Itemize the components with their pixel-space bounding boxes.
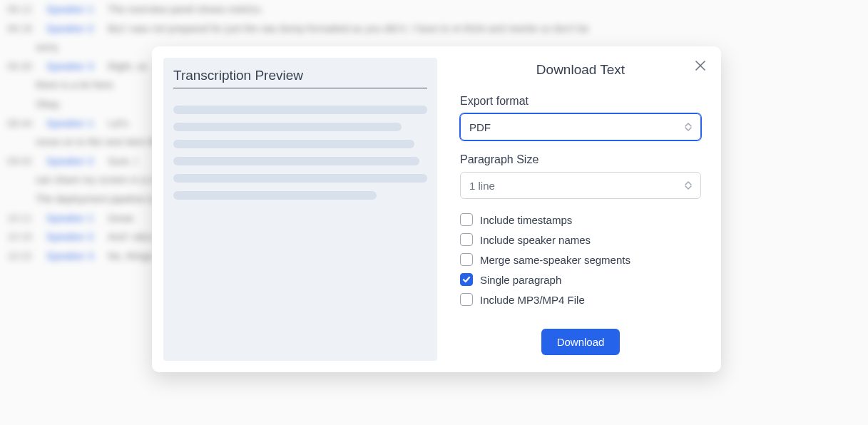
close-button[interactable] bbox=[694, 61, 707, 73]
option-label: Include timestamps bbox=[480, 214, 572, 226]
download-text-modal: Transcription Preview Download Text Expo… bbox=[152, 46, 721, 372]
skeleton-line bbox=[173, 106, 427, 114]
checkbox-icon bbox=[460, 233, 473, 246]
checkbox-icon bbox=[460, 273, 473, 286]
paragraph-size-select[interactable]: 1 line bbox=[460, 172, 701, 199]
paragraph-size-label: Paragraph Size bbox=[460, 153, 701, 166]
export-format-select[interactable]: PDF bbox=[460, 113, 701, 140]
checkbox-icon bbox=[460, 253, 473, 266]
option-speaker_names[interactable]: Include speaker names bbox=[460, 233, 701, 246]
option-single_paragraph[interactable]: Single paragraph bbox=[460, 273, 701, 286]
preview-title: Transcription Preview bbox=[173, 68, 427, 88]
option-label: Include MP3/MP4 File bbox=[480, 294, 585, 306]
skeleton-line bbox=[173, 174, 427, 183]
transcription-preview-pane: Transcription Preview bbox=[163, 58, 437, 361]
skeleton-line bbox=[173, 140, 414, 148]
export-format-label: Export format bbox=[460, 95, 701, 108]
option-merge_segments[interactable]: Merge same-speaker segments bbox=[460, 253, 701, 266]
option-include_media[interactable]: Include MP3/MP4 File bbox=[460, 293, 701, 306]
skeleton-line bbox=[173, 123, 402, 131]
modal-title: Download Text bbox=[460, 62, 701, 78]
checkbox-icon bbox=[460, 213, 473, 226]
export-options: Include timestampsInclude speaker namesM… bbox=[460, 213, 701, 306]
skeleton-line bbox=[173, 191, 377, 200]
option-label: Single paragraph bbox=[480, 274, 561, 286]
skeleton-line bbox=[173, 157, 419, 165]
download-form: Download Text Export format PDF Paragrap… bbox=[437, 46, 721, 372]
paragraph-size-value: 1 line bbox=[469, 180, 495, 192]
close-icon bbox=[695, 61, 705, 73]
option-label: Merge same-speaker segments bbox=[480, 254, 630, 266]
option-label: Include speaker names bbox=[480, 234, 591, 246]
option-timestamps[interactable]: Include timestamps bbox=[460, 213, 701, 226]
export-format-value: PDF bbox=[469, 121, 491, 133]
chevron-up-down-icon bbox=[685, 123, 692, 131]
chevron-up-down-icon bbox=[685, 181, 692, 190]
download-button[interactable]: Download bbox=[541, 329, 621, 355]
checkbox-icon bbox=[460, 293, 473, 306]
